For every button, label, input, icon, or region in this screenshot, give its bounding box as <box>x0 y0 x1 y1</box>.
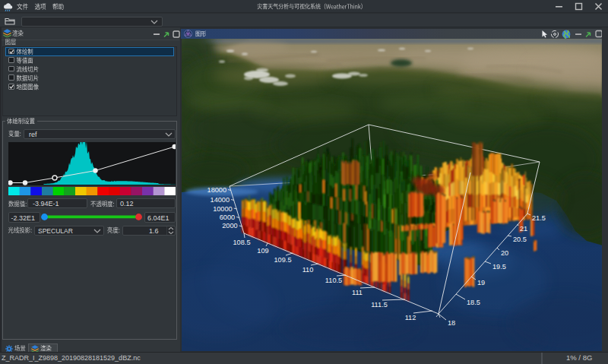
svg-text:20.5: 20.5 <box>513 236 527 243</box>
svg-text:111.5: 111.5 <box>371 301 388 309</box>
svg-text:19: 19 <box>477 279 485 286</box>
svg-text:18.5: 18.5 <box>467 299 480 306</box>
svg-text:112: 112 <box>405 314 416 321</box>
svg-text:21: 21 <box>520 225 527 233</box>
svg-text:10000: 10000 <box>213 205 233 213</box>
svg-text:111: 111 <box>352 289 363 296</box>
svg-text:109.5: 109.5 <box>274 256 292 264</box>
svg-text:21.5: 21.5 <box>532 214 546 222</box>
svg-text:110.5: 110.5 <box>325 277 342 284</box>
svg-text:6000: 6000 <box>220 214 235 221</box>
svg-text:109: 109 <box>257 247 268 255</box>
svg-text:108.5: 108.5 <box>233 239 251 246</box>
svg-text:18: 18 <box>448 319 455 327</box>
svg-text:18000: 18000 <box>207 186 227 194</box>
svg-text:110: 110 <box>302 266 314 274</box>
svg-text:14000: 14000 <box>211 196 230 204</box>
svg-text:20: 20 <box>501 249 508 257</box>
svg-text:19.5: 19.5 <box>492 263 506 271</box>
svg-text:2000: 2000 <box>222 222 237 229</box>
